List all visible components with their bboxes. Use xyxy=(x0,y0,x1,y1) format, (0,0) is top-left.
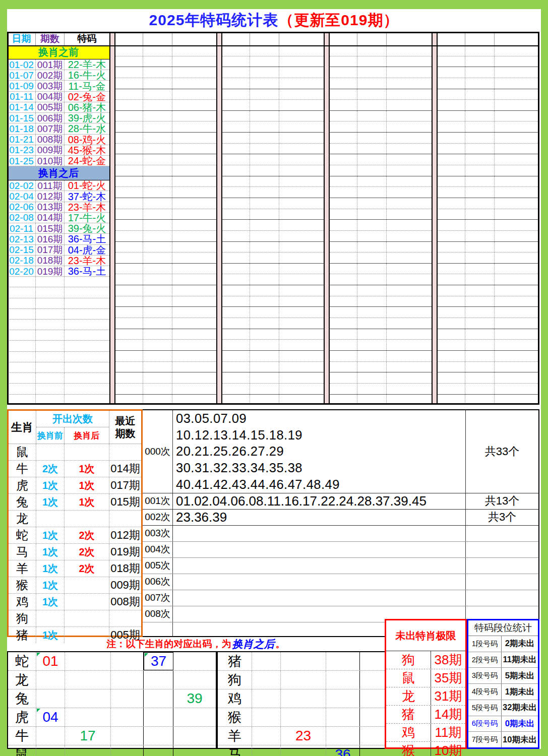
empty-code-cell xyxy=(281,745,326,756)
empty-cell xyxy=(465,121,495,132)
draw-date: 02-04 xyxy=(8,191,36,201)
empty-cell xyxy=(387,154,432,165)
times-drawn-header: 开出次数 xyxy=(36,411,109,427)
draw-row: 01-25010期24-蛇-金 xyxy=(8,156,109,166)
empty-cell xyxy=(387,198,432,209)
empty-cell xyxy=(115,56,143,67)
empty-cell xyxy=(465,89,495,100)
empty-row xyxy=(330,307,432,318)
frequency-row: 003次 xyxy=(143,526,538,542)
empty-cell xyxy=(143,78,172,89)
frequency-label: 000次 xyxy=(143,410,173,493)
empty-row xyxy=(115,78,216,89)
empty-cell xyxy=(438,198,465,209)
empty-cell xyxy=(357,56,387,67)
draw-row: 01-14005期06-猪-木 xyxy=(8,102,109,113)
empty-row xyxy=(330,45,432,56)
empty-row xyxy=(330,253,432,264)
empty-cell xyxy=(143,340,172,350)
empty-cell xyxy=(222,231,250,241)
empty-cell xyxy=(279,296,324,307)
empty-cell xyxy=(172,209,216,220)
empty-cell xyxy=(222,264,250,274)
empty-cell xyxy=(250,45,279,56)
empty-cell xyxy=(495,285,539,296)
empty-cell xyxy=(387,285,432,296)
empty-cell xyxy=(387,209,432,220)
empty-row xyxy=(8,341,109,351)
empty-row xyxy=(330,384,432,395)
empty-cell xyxy=(250,285,279,296)
zodiac-name: 鼠 xyxy=(8,745,36,756)
empty-cell xyxy=(65,309,109,319)
empty-cell xyxy=(172,285,216,296)
empty-cell xyxy=(8,341,36,351)
empty-row xyxy=(115,154,216,165)
empty-cell xyxy=(143,329,172,340)
group-header xyxy=(115,32,216,45)
zodiac-row: 龙 xyxy=(9,511,141,527)
empty-row xyxy=(222,362,324,373)
empty-cell xyxy=(330,318,357,329)
segment-statistics-box: 特码段位统计 1段号码2期未出2段号码11期未出3段号码5期未出4段号码1期未出… xyxy=(467,619,539,749)
empty-code-cell xyxy=(360,689,385,708)
recent-period: 009期 xyxy=(109,577,141,593)
empty-cell xyxy=(222,340,250,350)
empty-row xyxy=(330,154,432,165)
empty-row xyxy=(115,56,216,68)
empty-cell xyxy=(250,340,279,350)
empty-row xyxy=(115,296,216,307)
empty-cell xyxy=(222,296,250,307)
group-rows xyxy=(438,45,539,405)
draw-code: 37-蛇-木 xyxy=(65,191,109,201)
empty-cell xyxy=(250,307,279,318)
empty-cell xyxy=(115,351,143,361)
group-header xyxy=(330,32,432,45)
zodiac-row: 牛2次1次014期 xyxy=(9,461,141,477)
frequency-total xyxy=(466,558,538,574)
draw-code: 39-兔-火 xyxy=(65,223,109,233)
zodiac-name: 猴 xyxy=(9,577,36,593)
frequency-label: 008次 xyxy=(143,606,173,622)
empty-row xyxy=(115,121,216,133)
empty-cell xyxy=(172,144,216,154)
empty-cell xyxy=(465,154,495,165)
empty-code-cell xyxy=(111,708,144,726)
empty-cell xyxy=(8,362,36,372)
empty-cell xyxy=(8,287,36,297)
empty-cell xyxy=(387,56,432,67)
draw-code: 04-虎-金 xyxy=(65,245,109,255)
frequency-label: 006次 xyxy=(143,574,173,590)
empty-cell xyxy=(465,209,495,220)
empty-row xyxy=(222,220,324,231)
draw-period: 013期 xyxy=(36,202,65,212)
empty-cell xyxy=(330,220,357,230)
empty-row xyxy=(330,165,432,176)
empty-cell xyxy=(143,209,172,220)
empty-cell xyxy=(495,198,539,209)
empty-row xyxy=(222,45,324,56)
empty-cell xyxy=(279,67,324,78)
empty-cell xyxy=(387,176,432,187)
empty-cell xyxy=(222,384,250,394)
empty-column-header xyxy=(387,32,432,45)
segment-row: 3段号码5期未出 xyxy=(468,668,538,684)
empty-row xyxy=(438,318,539,329)
draw-row: 01-21008期08-鸡-火 xyxy=(8,135,109,145)
empty-cell xyxy=(357,384,387,394)
number-line: 40.41.42.43.44.46.47.48.49 xyxy=(176,476,465,493)
empty-row xyxy=(330,362,432,373)
frequency-numbers: 03.05.07.0910.12.13.14.15.18.1920.21.25.… xyxy=(173,410,466,493)
empty-cell xyxy=(250,209,279,220)
empty-row xyxy=(330,318,432,329)
recent-period: 014期 xyxy=(109,461,141,477)
empty-row xyxy=(222,395,324,405)
empty-cell xyxy=(357,154,387,165)
segment-row: 4段号码1期未出 xyxy=(468,684,538,700)
number-line: 20.21.25.26.27.29 xyxy=(176,444,465,460)
empty-cell xyxy=(330,274,357,285)
empty-cell xyxy=(438,231,465,241)
empty-row xyxy=(438,165,539,176)
empty-row xyxy=(438,362,539,373)
frequency-row: 001次01.02.04.06.08.11.16.17.22.24.28.37.… xyxy=(143,493,538,510)
